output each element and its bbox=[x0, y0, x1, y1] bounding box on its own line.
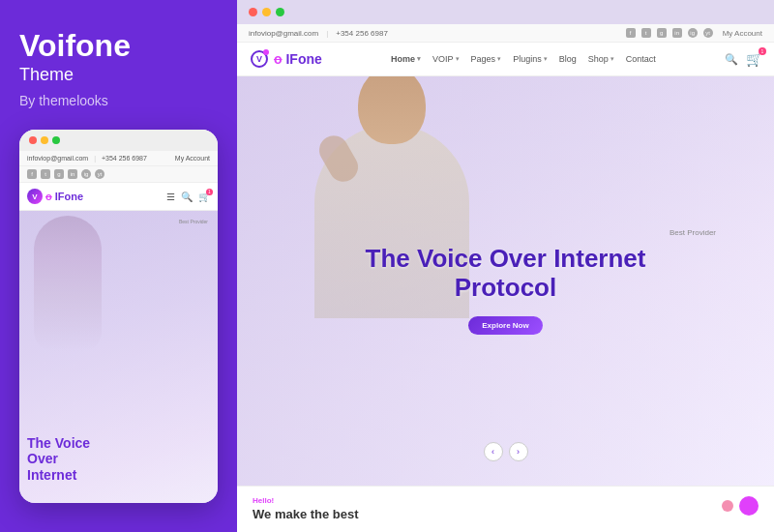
browser-facebook-icon[interactable]: f bbox=[626, 28, 636, 38]
logo-strike-browser: o bbox=[274, 51, 283, 67]
hero-title-line2: Protocol bbox=[366, 274, 646, 303]
browser-nav: V o IFone Home ▾ VOIP ▾ Pages ▾ bbox=[237, 43, 774, 76]
browser-chrome bbox=[237, 0, 774, 24]
browser-hero: Best Provider The Voice Over Internet Pr… bbox=[237, 76, 774, 486]
browser-account-link[interactable]: My Account bbox=[723, 29, 762, 38]
browser-twitter-icon[interactable]: t bbox=[641, 28, 651, 38]
browser-search-icon[interactable]: 🔍 bbox=[725, 53, 738, 66]
mobile-hero-badge: Best Provider bbox=[179, 219, 208, 224]
nav-home[interactable]: Home ▾ bbox=[391, 54, 421, 64]
dot-yellow bbox=[41, 136, 48, 144]
hero-next-arrow[interactable]: › bbox=[509, 442, 528, 461]
mobile-info-left: infoviop@gmail.com | +354 256 6987 bbox=[27, 155, 147, 162]
mobile-email: infoviop@gmail.com bbox=[27, 155, 88, 162]
browser-info-bar: infoviop@gmail.com | +354 256 6987 f t g… bbox=[237, 24, 774, 43]
browser-linkedin-icon[interactable]: in bbox=[672, 28, 682, 38]
browser-dot-red[interactable] bbox=[249, 8, 257, 16]
browser-bottom-text: Hello! We make the best bbox=[253, 496, 359, 522]
browser-menu: Home ▾ VOIP ▾ Pages ▾ Plugins ▾ Blog Sho… bbox=[391, 54, 656, 64]
mobile-logo-text: o IFone bbox=[45, 191, 83, 202]
browser-menu-right: 🔍 🛒 1 bbox=[725, 51, 762, 67]
theme-title: Voifone Theme bbox=[19, 29, 218, 85]
nav-pages[interactable]: Pages ▾ bbox=[471, 54, 502, 64]
linkedin-icon[interactable]: in bbox=[68, 169, 77, 179]
bottom-decorative-circles bbox=[722, 496, 759, 516]
theme-subtitle: Theme bbox=[19, 65, 218, 85]
browser-logo-ifone: IFone bbox=[285, 51, 321, 67]
nav-blog[interactable]: Blog bbox=[559, 54, 577, 64]
explore-now-button[interactable]: Explore Now bbox=[468, 316, 542, 335]
logo-accent-dot bbox=[263, 49, 269, 55]
browser-dot-green[interactable] bbox=[276, 8, 284, 16]
twitter-icon[interactable]: t bbox=[41, 169, 50, 179]
theme-author: By themelooks bbox=[19, 93, 218, 108]
nav-voip[interactable]: VOIP ▾ bbox=[432, 54, 460, 64]
browser-info-left: infoviop@gmail.com | +354 256 6987 bbox=[249, 29, 388, 38]
browser-googleplus-icon[interactable]: g bbox=[657, 28, 667, 38]
browser-preview: infoviop@gmail.com | +354 256 6987 f t g… bbox=[237, 0, 774, 532]
hamburger-icon[interactable]: ☰ bbox=[166, 192, 175, 202]
mobile-search-icon[interactable]: 🔍 bbox=[181, 192, 193, 202]
mobile-social-bar: f t g in ig yt bbox=[19, 166, 218, 183]
browser-dot-yellow[interactable] bbox=[262, 8, 271, 16]
mobile-info-bar: infoviop@gmail.com | +354 256 6987 My Ac… bbox=[19, 151, 218, 166]
mobile-cart-badge: 1 bbox=[206, 189, 213, 195]
browser-cart-icon[interactable]: 🛒 1 bbox=[746, 51, 762, 67]
browser-logo-icon: V bbox=[249, 48, 270, 70]
mobile-account-link[interactable]: My Account bbox=[175, 155, 210, 162]
mobile-nav-icons: ☰ 🔍 🛒 1 bbox=[166, 192, 210, 202]
dot-red bbox=[29, 136, 37, 144]
mobile-hero-line2: Over bbox=[27, 451, 210, 467]
mobile-person-silhouette bbox=[34, 216, 102, 351]
mobile-topbar bbox=[19, 130, 218, 151]
mobile-hero-title: The Voice Over Internet bbox=[27, 435, 210, 484]
mobile-cart-icon[interactable]: 🛒 1 bbox=[198, 192, 210, 202]
mobile-preview-card: infoviop@gmail.com | +354 256 6987 My Ac… bbox=[19, 130, 218, 503]
browser-sep: | bbox=[326, 29, 328, 38]
hero-badge-label: Best Provider bbox=[670, 228, 716, 237]
browser-bottom-subtitle: We make the best bbox=[253, 507, 359, 522]
circle-large-pink bbox=[739, 496, 759, 516]
nav-shop[interactable]: Shop ▾ bbox=[588, 54, 614, 64]
home-chevron: ▾ bbox=[417, 55, 421, 63]
mobile-sep: | bbox=[94, 155, 96, 162]
mobile-phone: +354 256 6987 bbox=[102, 155, 147, 162]
plugins-chevron: ▾ bbox=[544, 55, 548, 63]
mobile-logo: V o IFone bbox=[27, 189, 83, 204]
mobile-logo-icon: V bbox=[27, 189, 43, 204]
mobile-hero: Best Provider The Voice Over Internet bbox=[19, 211, 218, 503]
logo-v-letter: V bbox=[32, 192, 37, 201]
browser-logo: V o IFone bbox=[249, 48, 322, 70]
browser-phone: +354 256 6987 bbox=[336, 29, 388, 38]
browser-info-right: f t g in ig yt My Account bbox=[626, 28, 762, 38]
googleplus-icon[interactable]: g bbox=[54, 169, 64, 179]
logo-strike: o bbox=[45, 191, 52, 202]
nav-contact[interactable]: Contact bbox=[626, 54, 656, 64]
browser-content: infoviop@gmail.com | +354 256 6987 f t g… bbox=[237, 24, 774, 532]
mobile-hero-line1: The Voice bbox=[27, 435, 210, 452]
instagram-icon[interactable]: ig bbox=[81, 169, 91, 179]
browser-bottom-strip: Hello! We make the best bbox=[237, 486, 774, 532]
logo-ifone: IFone bbox=[55, 191, 83, 202]
facebook-icon[interactable]: f bbox=[27, 169, 37, 179]
browser-email: infoviop@gmail.com bbox=[249, 29, 318, 38]
mobile-hero-line3: Internet bbox=[27, 467, 210, 484]
youtube-icon[interactable]: yt bbox=[95, 169, 104, 179]
pages-chevron: ▾ bbox=[497, 55, 501, 63]
logo-v-browser: V bbox=[256, 54, 262, 64]
browser-instagram-icon[interactable]: ig bbox=[688, 28, 698, 38]
mobile-nav: V o IFone ☰ 🔍 🛒 1 bbox=[19, 183, 218, 211]
shop-chevron: ▾ bbox=[610, 55, 614, 63]
browser-youtube-icon[interactable]: yt bbox=[703, 28, 713, 38]
hero-prev-arrow[interactable]: ‹ bbox=[484, 442, 503, 461]
circle-small-pink bbox=[722, 500, 733, 512]
browser-cart-badge: 1 bbox=[759, 47, 766, 55]
nav-plugins[interactable]: Plugins ▾ bbox=[513, 54, 548, 64]
left-panel: Voifone Theme By themelooks infoviop@gma… bbox=[0, 0, 237, 532]
voip-chevron: ▾ bbox=[456, 55, 460, 63]
theme-name: Voifone bbox=[19, 29, 218, 63]
hero-title-line1: The Voice Over Internet bbox=[366, 245, 646, 274]
browser-logo-text: o IFone bbox=[274, 51, 322, 67]
hero-title: The Voice Over Internet Protocol bbox=[366, 245, 646, 303]
dot-green bbox=[52, 136, 60, 144]
